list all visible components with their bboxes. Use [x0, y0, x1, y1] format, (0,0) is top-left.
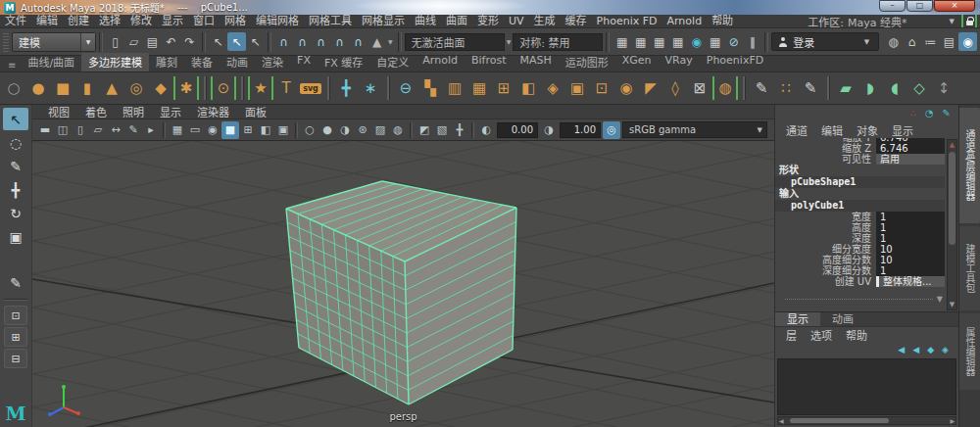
- shelf-tab-11[interactable]: MASH: [513, 53, 558, 71]
- titlebar[interactable]: M Autodesk Maya 2018: 无标题* --- pCube1...…: [0, 0, 980, 15]
- layer-menu-item-1[interactable]: 选项: [804, 327, 839, 343]
- minimize-button[interactable]: –: [879, 0, 906, 12]
- shelf-tab-12[interactable]: 运动图形: [559, 53, 615, 71]
- channel-value[interactable]: 6.746: [876, 143, 945, 154]
- panel-menu-item-4[interactable]: 渲染器: [189, 104, 237, 119]
- statusline-grip[interactable]: [3, 32, 9, 52]
- expand-arrow-icon[interactable]: ▼: [937, 295, 943, 304]
- select-by-component-icon[interactable]: ↖: [246, 32, 265, 51]
- menu-item-10[interactable]: 网格显示: [357, 15, 410, 27]
- menu-set-dropdown[interactable]: 建模 ▼: [12, 32, 96, 52]
- last-tool[interactable]: ✎: [3, 271, 28, 294]
- chevron-down-icon[interactable]: ▼: [505, 38, 514, 45]
- grid-icon[interactable]: ▦: [169, 121, 186, 139]
- shelf-tab-10[interactable]: Bifrost: [465, 53, 514, 71]
- pause-viewport-icon[interactable]: ∥: [743, 32, 761, 51]
- exposure-field[interactable]: 0.00: [497, 122, 538, 138]
- maximize-button[interactable]: □: [906, 0, 933, 12]
- hypershade-icon[interactable]: ▦: [706, 32, 724, 51]
- channel-label[interactable]: 可见性: [775, 154, 876, 165]
- shelf-tab-3[interactable]: 装备: [184, 53, 220, 71]
- layout-four-pane-button[interactable]: ⊞: [4, 327, 27, 347]
- menu-item-18[interactable]: Arnold: [662, 15, 708, 27]
- scroll-up-icon[interactable]: ▲: [948, 141, 956, 149]
- image-plane-icon[interactable]: ▱: [89, 121, 107, 139]
- quad-draw-icon[interactable]: ◊: [663, 75, 687, 101]
- menu-item-19[interactable]: 帮助: [707, 15, 738, 27]
- snap-to-projected-center-icon[interactable]: ∩: [330, 32, 349, 51]
- layout-split-pane-button[interactable]: ⊟: [4, 349, 27, 368]
- menu-item-16[interactable]: 缓存: [561, 15, 592, 27]
- extrude-icon[interactable]: ◧: [516, 75, 540, 101]
- input-connections-icon[interactable]: ∴: [910, 109, 916, 119]
- svg-icon[interactable]: svg: [299, 75, 322, 101]
- modeling-toolkit-toggle-icon[interactable]: ◍: [884, 32, 903, 51]
- menu-item-2[interactable]: 创建: [63, 15, 94, 27]
- menu-item-9[interactable]: 网格工具: [304, 15, 357, 27]
- xray-icon[interactable]: ▧: [433, 121, 451, 139]
- shelf-tab-15[interactable]: PhoenixFD: [700, 53, 770, 71]
- menu-item-4[interactable]: 修改: [125, 15, 157, 27]
- active-surface-field[interactable]: 无激活曲面: [405, 33, 505, 51]
- scroll-right-icon[interactable]: ▶: [950, 417, 955, 425]
- snap-to-point-icon[interactable]: ∩: [312, 32, 330, 51]
- make-live-icon[interactable]: ▲: [368, 32, 386, 51]
- open-scene-icon[interactable]: ▱: [124, 32, 143, 51]
- menu-item-11[interactable]: 曲线: [410, 15, 441, 27]
- channel-label[interactable]: 创建 UV: [775, 276, 876, 287]
- menu-item-15[interactable]: 生成: [529, 15, 561, 27]
- poly-disc-icon[interactable]: ✱: [173, 76, 199, 100]
- expression-editor-icon[interactable]: ✎: [943, 109, 951, 119]
- snap-to-curve-icon[interactable]: ∩: [293, 32, 312, 51]
- shaded-icon[interactable]: ●: [318, 121, 336, 139]
- film-gate-icon[interactable]: ▭: [186, 121, 204, 139]
- channel-label[interactable]: 高度细分数: [775, 255, 876, 265]
- fill-hole-icon[interactable]: ⊡: [590, 75, 613, 101]
- new-scene-icon[interactable]: ▯: [106, 32, 124, 51]
- wireframe-icon[interactable]: ○: [301, 121, 318, 139]
- menu-item-13[interactable]: 变形: [472, 15, 504, 27]
- sculpt-sphere-icon[interactable]: ◍: [712, 76, 738, 100]
- viewport[interactable]: persp: [32, 141, 774, 427]
- shelf-tab-14[interactable]: VRay: [659, 53, 700, 71]
- menu-item-7[interactable]: 网格: [220, 15, 251, 27]
- poly-plane-icon[interactable]: ◆: [149, 75, 172, 101]
- channel-label[interactable]: 深度: [775, 233, 876, 244]
- poly-cube-icon[interactable]: ■: [51, 75, 74, 101]
- render-settings-icon[interactable]: ◉: [687, 32, 706, 51]
- undo-icon[interactable]: ↶: [162, 32, 180, 51]
- panel-menu-item-5[interactable]: 面板: [237, 104, 274, 119]
- safe-action-icon[interactable]: ◧: [257, 121, 274, 139]
- light-editor-icon[interactable]: ⊘: [724, 32, 743, 51]
- sign-in-button[interactable]: 登录 ▼: [771, 32, 879, 51]
- menu-item-8[interactable]: 编辑网格: [251, 15, 304, 27]
- select-tool[interactable]: ↖: [3, 108, 28, 130]
- side-tab-0[interactable]: 通道盒/层编辑器: [959, 108, 980, 223]
- nurbs-circle-icon[interactable]: ◗: [858, 75, 882, 101]
- gamma-field[interactable]: 1.00: [560, 122, 601, 138]
- shaded-display-icon[interactable]: ■: [221, 121, 239, 139]
- channel-menu-item-1[interactable]: 编辑: [814, 122, 850, 138]
- character-controls-icon[interactable]: ⌂: [903, 32, 921, 51]
- chevron-down-icon[interactable]: ▼: [386, 38, 395, 45]
- menu-item-17[interactable]: Phoenix FD: [592, 15, 662, 27]
- scrollbar-thumb[interactable]: [790, 418, 889, 423]
- boolean-union-icon[interactable]: ▚: [418, 75, 442, 101]
- select-by-hierarchy-icon[interactable]: ↖: [209, 32, 227, 51]
- channel-label[interactable]: 细分宽度: [775, 244, 876, 255]
- menu-item-0[interactable]: 文件: [0, 15, 31, 27]
- render-sequence-icon[interactable]: ▦: [668, 32, 687, 51]
- layer-tab-1[interactable]: 动画: [820, 312, 865, 326]
- isolate-select-icon[interactable]: ◩: [416, 121, 433, 139]
- poly-torus-icon[interactable]: ◎: [124, 75, 148, 101]
- channel-value[interactable]: 10: [876, 244, 945, 255]
- new-empty-layer-icon[interactable]: ◆: [927, 346, 934, 355]
- save-scene-icon[interactable]: ▤: [143, 32, 162, 51]
- field-chart-icon[interactable]: ⊞: [239, 121, 257, 139]
- gamma-icon[interactable]: ◑: [540, 121, 558, 139]
- shadows-icon[interactable]: ▨: [371, 121, 389, 139]
- resolution-gate-icon[interactable]: ◉: [204, 121, 221, 139]
- combine-icon[interactable]: ▥: [443, 75, 466, 101]
- scale-tool[interactable]: ▣: [3, 225, 28, 248]
- poly-sphere-icon[interactable]: ●: [26, 75, 50, 101]
